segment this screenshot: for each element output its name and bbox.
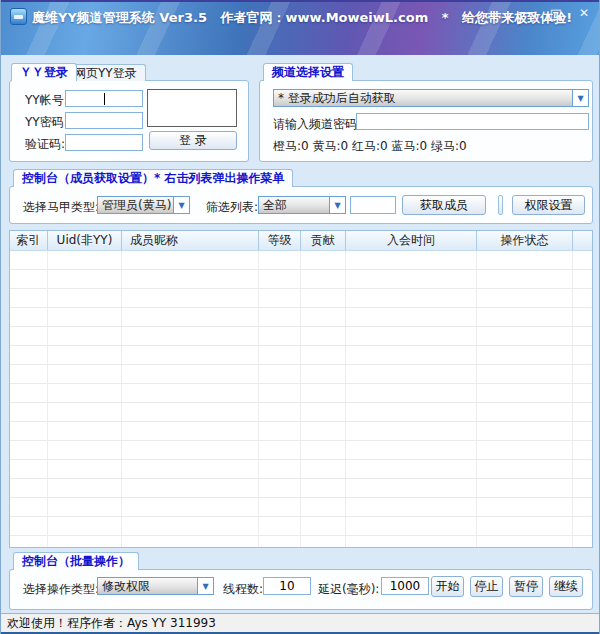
captcha-image-box[interactable] (147, 89, 237, 127)
column-header[interactable]: Uid(非YY) (48, 231, 122, 250)
permissions-button[interactable]: 权限设置 (512, 195, 585, 215)
captcha-input[interactable] (65, 134, 143, 151)
chevron-down-icon[interactable]: ▼ (173, 197, 189, 213)
channel-password-label: 请输入频道密码: (273, 116, 361, 133)
table-row[interactable] (10, 346, 592, 365)
table-column-line (300, 251, 301, 547)
get-members-button[interactable]: 获取成员 (402, 195, 486, 215)
tab-member-console[interactable]: 控制台（成员获取设置）* 右击列表弹出操作菜单 (13, 169, 293, 187)
delay-label: 延迟(毫秒): (318, 581, 379, 598)
table-row[interactable] (10, 517, 592, 536)
start-button[interactable]: 开始 (431, 576, 464, 597)
threads-label: 线程数: (223, 581, 263, 598)
threads-input[interactable] (263, 577, 311, 595)
maximize-icon[interactable]: □ (544, 5, 568, 23)
vest-type-value: 管理员(黄马) (98, 197, 173, 213)
title-bar: 魔维YY频道管理系统 Ver3.5 作者官网：www.MoweiwL.com *… (1, 0, 599, 55)
yy-password-input[interactable] (65, 112, 143, 129)
yy-account-input[interactable] (65, 90, 143, 107)
table-row[interactable] (10, 460, 592, 479)
tab-channel-settings[interactable]: 频道选择设置 (263, 63, 353, 81)
table-column-line (258, 251, 259, 547)
status-text: 欢迎使用！程序作者：Ays YY 311993 (7, 616, 216, 630)
horse-stats-text: 橙马:0 黄马:0 红马:0 蓝马:0 绿马:0 (273, 138, 467, 155)
table-row[interactable] (10, 308, 592, 327)
yy-account-label: YY帐号: (25, 92, 68, 109)
table-column-line (572, 251, 573, 547)
table-row[interactable] (10, 422, 592, 441)
table-row[interactable] (10, 498, 592, 517)
delay-input[interactable] (381, 577, 429, 595)
column-header[interactable] (573, 231, 592, 250)
column-header[interactable]: 等级 (259, 231, 301, 250)
vest-type-dropdown[interactable]: 管理员(黄马) ▼ (97, 196, 190, 214)
table-row[interactable] (10, 479, 592, 498)
vest-type-label: 选择马甲类型: (23, 199, 99, 216)
table-row[interactable] (10, 403, 592, 422)
window-title: 魔维YY频道管理系统 Ver3.5 作者官网：www.MoweiwL.com *… (32, 9, 572, 27)
login-button[interactable]: 登 录 (149, 131, 237, 150)
table-row[interactable] (10, 251, 592, 270)
stop-button[interactable]: 停止 (470, 576, 503, 597)
table-header: 索引Uid(非YY)成员昵称等级贡献入会时间操作状态 (10, 231, 592, 251)
text-cursor (104, 93, 105, 105)
table-column-line (121, 251, 122, 547)
chevron-down-icon[interactable]: ▼ (329, 197, 345, 213)
table-column-line (476, 251, 477, 547)
channel-select-value: * 登录成功后自动获取 (274, 90, 572, 106)
close-icon[interactable]: ✕ (572, 5, 596, 23)
column-header[interactable]: 索引 (10, 231, 48, 250)
operation-type-dropdown[interactable]: 修改权限 ▼ (97, 577, 214, 595)
filter-list-value: 全部 (259, 197, 329, 213)
batch-panel: 控制台（批量操作） 选择操作类型: 修改权限 ▼ 线程数: 延迟(毫秒): 开始… (9, 552, 593, 610)
table-column-line (47, 251, 48, 547)
table-row[interactable] (10, 270, 592, 289)
chevron-down-icon[interactable]: ▼ (197, 578, 213, 594)
operation-type-label: 选择操作类型: (23, 581, 99, 598)
channel-panel: 频道选择设置 * 登录成功后自动获取 ▼ 请输入频道密码: 橙马:0 黄马:0 … (259, 63, 593, 162)
tab-batch-operations[interactable]: 控制台（批量操作） (13, 552, 139, 570)
filter-list-label: 筛选列表: (206, 199, 258, 216)
table-column-line (345, 251, 346, 547)
tab-web-yy-login[interactable]: 网页YY登录 (65, 64, 146, 81)
column-header[interactable]: 贡献 (301, 231, 346, 250)
yy-password-label: YY密码: (25, 114, 68, 131)
table-row[interactable] (10, 327, 592, 346)
app-icon (10, 8, 27, 25)
pause-button[interactable]: 暂停 (509, 576, 543, 597)
login-panel: ＹＹ登录 网页YY登录 YY帐号: YY密码: 验证码: 登 录 (9, 63, 249, 162)
operation-type-value: 修改权限 (98, 578, 197, 594)
channel-password-input[interactable] (356, 113, 589, 130)
table-row[interactable] (10, 384, 592, 403)
table-row[interactable] (10, 365, 592, 384)
member-console-panel: 控制台（成员获取设置）* 右击列表弹出操作菜单 选择马甲类型: 管理员(黄马) … (9, 169, 593, 224)
resume-button[interactable]: 继续 (549, 576, 583, 597)
column-header[interactable]: 成员昵称 (122, 231, 259, 250)
toolbar-separator (498, 195, 503, 215)
filter-list-dropdown[interactable]: 全部 ▼ (258, 196, 346, 214)
minimize-icon[interactable]: — (515, 5, 539, 23)
table-body[interactable] (10, 251, 592, 547)
table-row[interactable] (10, 536, 592, 547)
table-row[interactable] (10, 441, 592, 460)
filter-search-input[interactable] (350, 196, 396, 214)
member-table[interactable]: 索引Uid(非YY)成员昵称等级贡献入会时间操作状态 (9, 230, 593, 548)
captcha-label: 验证码: (25, 136, 65, 153)
chevron-down-icon[interactable]: ▼ (572, 90, 588, 106)
column-header[interactable]: 操作状态 (477, 231, 573, 250)
table-row[interactable] (10, 289, 592, 308)
column-header[interactable]: 入会时间 (346, 231, 477, 250)
channel-select-dropdown[interactable]: * 登录成功后自动获取 ▼ (273, 89, 589, 107)
tab-yy-login[interactable]: ＹＹ登录 (11, 63, 77, 81)
status-bar: 欢迎使用！程序作者：Ays YY 311993 (1, 613, 599, 632)
app-window: 魔维YY频道管理系统 Ver3.5 作者官网：www.MoweiwL.com *… (0, 0, 600, 634)
